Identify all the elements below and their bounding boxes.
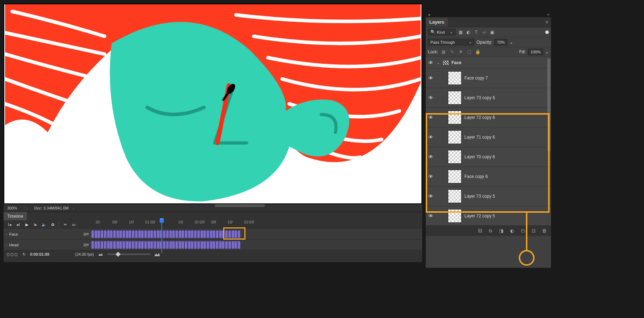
timeline-frame[interactable] [172,230,175,238]
layer-row[interactable]: 👁Layer 72 copy 6 [426,108,551,127]
timeline-frame[interactable] [150,241,153,249]
timeline-frame[interactable] [181,230,184,238]
timeline-frame[interactable] [163,241,166,249]
visibility-icon[interactable]: 👁 [428,154,434,160]
timeline-zoom-slider[interactable] [107,254,150,255]
timeline-frame[interactable] [194,241,197,249]
timeline-frame[interactable] [216,230,219,238]
fill-input[interactable]: 100% [528,49,543,55]
timeline-frame[interactable] [197,230,200,238]
timeline-frame[interactable] [116,241,119,249]
layers-scrollbar[interactable] [547,58,550,151]
timeline-frame[interactable] [163,230,166,238]
timeline-ruler[interactable]: 00 08f 16f 01:00f 16f 02:00f 08f 16f 03:… [96,219,422,226]
new-layer-icon[interactable]: ⊡ [530,228,537,233]
layers-list[interactable]: 👁 ⌄ Face 👁Face copy 7👁Layer 73 copy 6👁La… [426,57,551,225]
track-options-icon[interactable]: ▤▾ [83,232,89,236]
timeline-frame[interactable] [132,241,135,249]
visibility-icon[interactable]: 👁 [428,60,434,66]
timeline-frame[interactable] [126,241,128,249]
timeline-frame[interactable] [94,241,97,249]
layer-row[interactable]: 👁Layer 73 copy 5 [426,187,551,206]
timeline-frame[interactable] [179,230,181,238]
canvas-viewport[interactable] [4,4,422,204]
timeline-frame[interactable] [150,230,153,238]
filter-toggle[interactable] [545,30,549,34]
timeline-frame[interactable] [138,241,141,249]
timeline-frame[interactable] [188,230,191,238]
timeline-frame[interactable] [94,230,97,238]
redo-icon[interactable]: ↻ [23,252,26,257]
track-name[interactable]: Face [9,232,18,236]
layer-name[interactable]: Layer 73 copy 6 [464,95,551,100]
timeline-frame[interactable] [234,241,237,249]
timeline-frame[interactable] [228,241,231,249]
lock-position-icon[interactable]: ✥ [458,49,464,54]
timeline-frame[interactable] [104,230,107,238]
loop-button[interactable]: ◻◻◻ [6,252,18,257]
visibility-icon[interactable]: 👁 [428,115,434,120]
timeline-frame[interactable] [101,230,103,238]
filter-shape-icon[interactable]: ▱ [481,30,487,35]
timeline-frame[interactable] [97,241,100,249]
timeline-frame[interactable] [128,241,131,249]
timeline-frame[interactable] [206,230,209,238]
layer-thumbnail[interactable] [448,170,462,183]
timeline-frame[interactable] [203,241,206,249]
timeline-tab[interactable]: Timeline [4,212,27,220]
timeline-frame[interactable] [175,230,178,238]
timeline-frame[interactable] [172,241,175,249]
layer-thumbnail[interactable] [448,91,462,105]
close-icon[interactable]: × [426,12,433,18]
timeline-frame[interactable] [157,230,160,238]
layer-name[interactable]: Layer 70 copy 6 [464,154,551,159]
layer-name[interactable]: Layer 73 copy 5 [464,194,551,199]
collapse-panel-icon[interactable]: ‹‹ [547,12,550,16]
layer-name[interactable]: Layer 72 copy 5 [464,213,551,218]
lock-artboard-icon[interactable]: ▢ [466,49,473,54]
timeline-frame[interactable] [144,230,147,238]
playhead[interactable] [161,219,162,253]
timeline-frame[interactable] [122,241,125,249]
timeline-frame[interactable] [188,241,191,249]
layer-thumbnail[interactable] [448,71,462,85]
play-button[interactable]: ▶ [23,221,31,228]
timeline-frame[interactable] [166,241,169,249]
timeline-track[interactable]: › Head▤▾ [4,240,422,250]
canvas-scrollbar[interactable] [215,204,265,207]
layer-row[interactable]: 👁Layer 73 copy 6 [426,88,551,108]
timeline-frame[interactable] [135,241,138,249]
timeline-frame[interactable] [166,230,169,238]
timeline-frame[interactable] [200,230,203,238]
chevron-down-icon[interactable]: ⌄ [436,60,440,65]
timeline-frame[interactable] [225,241,228,249]
timeline-frame[interactable] [206,241,209,249]
track-options-icon[interactable]: ▤▾ [83,242,89,247]
timeline-frame[interactable] [179,241,181,249]
timeline-frame[interactable] [110,230,113,238]
chevron-down-icon[interactable]: ⌄ [509,40,513,45]
layer-thumbnail[interactable] [448,130,462,144]
timeline-frame[interactable] [107,241,110,249]
timeline-frame[interactable] [219,230,222,238]
filter-type-icon[interactable]: T [473,30,479,35]
timeline-frame[interactable] [200,241,203,249]
settings-icon[interactable]: ✿ [49,221,57,228]
timeline-frame[interactable] [153,241,156,249]
layer-name[interactable]: Layer 72 copy 6 [464,115,551,120]
timeline-frame[interactable] [238,241,240,249]
delete-layer-icon[interactable]: 🗑 [541,228,547,233]
timeline-frame[interactable] [194,230,197,238]
timeline-frame[interactable] [113,241,116,249]
lock-all-icon[interactable]: 🔒 [475,49,481,54]
timeline-frame[interactable] [153,230,156,238]
visibility-icon[interactable]: 👁 [428,213,434,219]
timeline-frame[interactable] [185,230,187,238]
layer-row[interactable]: 👁Layer 72 copy 5 [426,206,551,225]
zoom-level[interactable]: 300% [4,206,24,210]
layer-mask-icon[interactable]: ◨ [498,228,504,233]
timeline-frame[interactable] [147,230,150,238]
layer-row[interactable]: 👁Layer 70 copy 6 [426,147,551,167]
timeline-frame[interactable] [191,241,194,249]
visibility-icon[interactable]: 👁 [428,75,434,81]
